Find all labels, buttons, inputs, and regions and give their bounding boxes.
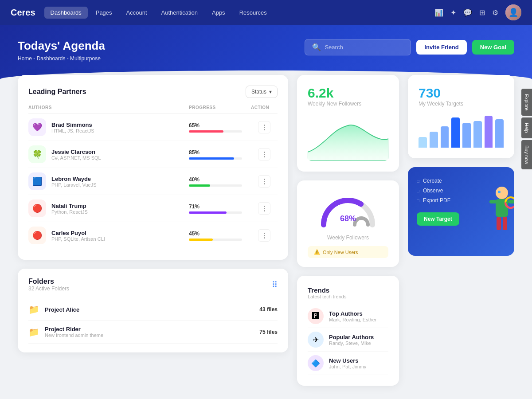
user-avatar[interactable]: 👤 [505,4,521,20]
author-info: 🔴 Carles Puyol PHP, SQLite, Artisan CLI [28,227,189,244]
progress-pct: 40% [189,176,251,183]
progress-wrap: 45% [189,231,251,241]
status-dropdown[interactable]: Status ▾ [246,86,278,98]
trend-people: Randy, Steve, Mike [329,340,374,346]
progress-pct: 85% [189,149,251,156]
author-info: 💜 Brad Simmons HTML, JS, ReactJS [28,118,189,136]
warning-icon: ⚠️ [314,249,320,255]
progress-bar-bg [189,239,242,241]
trend-icon: 🅿 [308,308,324,324]
nav-pages[interactable]: Pages [90,7,118,19]
author-name: Carles Puyol [51,230,105,236]
folder-desc: New frontend admin theme [45,332,103,338]
trend-name: Popular Authors [329,334,374,340]
folder-icon: 📁 [28,304,39,315]
target-number: 730 [419,86,504,101]
only-new-users-badge: ⚠️ Only New Users [308,246,388,258]
folders-options-icon[interactable]: ⠿ [272,280,278,289]
trend-name: New Users [329,357,366,364]
folder-files: 43 files [259,306,278,313]
message-icon[interactable]: 💬 [463,8,472,17]
action-btn [251,202,278,215]
weekly-followers-card: 6.2k Weekly New Followers [297,75,399,172]
folder-info: 📁 Project Alice [28,304,79,315]
folders-list: 📁 Project Alice 43 files 📁 Project Rider… [28,299,278,344]
trend-name: Top Authors [329,310,377,317]
progress-bar-fill [189,211,227,214]
svg-rect-4 [508,200,514,203]
breadcrumb: Home - Dashboards - Multipurpose [18,55,514,62]
trend-icon: 🔷 [308,355,324,371]
bar-8 [495,119,504,148]
dot-menu[interactable] [258,202,270,215]
folder-name: Project Alice [45,306,79,313]
center-panel: 6.2k Weekly New Followers [297,75,399,386]
new-goal-button[interactable]: New Goal [472,40,514,55]
svg-text:68%: 68% [340,214,356,223]
author-info: 🍀 Jessie Clarcson C#, ASP.NET, MS SQL [28,145,189,163]
grid-icon[interactable]: ⊞ [479,8,485,17]
search-input[interactable] [325,44,403,51]
table-row: 💜 Brad Simmons HTML, JS, ReactJS 65% [28,114,278,141]
author-skills: Python, ReactJS [51,209,88,215]
new-target-button[interactable]: New Target [417,212,459,226]
main-content: Leading Partners Status ▾ AUTHORS PROGRE… [0,75,532,395]
progress-bar-fill [189,130,223,133]
folder-icon: 📁 [28,327,39,337]
sparkle-icon[interactable]: ✦ [450,8,456,17]
author-skills: PHP, Laravel, VueJS [51,182,97,188]
action-btn [251,175,278,188]
progress-bar-bg [189,130,242,133]
nav-resources[interactable]: Resources [233,7,273,19]
nav-auth[interactable]: Authentication [155,7,204,19]
folder-files: 75 files [259,329,278,335]
action-btn [251,121,278,133]
trends-subtitle: Latest tech trends [308,294,388,299]
progress-bar-bg [189,157,242,160]
nav-links: Dashboards Pages Account Authentication … [44,7,434,19]
author-avatar: 🍀 [28,145,46,163]
folders-card: Folders 32 Active Folders ⠿ 📁 Project Al… [18,269,288,352]
table-header: AUTHORS PROGRESS ACTION [28,105,278,114]
blue-action-card: CereateObserveExport PDF New Target [408,167,514,256]
bar-1 [419,137,427,148]
nav-account[interactable]: Account [120,7,153,19]
list-item: 📁 Project Alice 43 files [28,299,278,321]
progress-pct: 45% [189,231,251,237]
gauge-label: Weekly Followers [308,235,388,241]
folders-title: Folders [28,278,69,286]
progress-wrap: 85% [189,149,251,160]
author-skills: C#, ASP.NET, MS SQL [51,155,101,160]
nav-dashboards[interactable]: Dashboards [44,7,88,19]
progress-wrap: 71% [189,203,251,214]
header-controls: 🔍 Invite Friend New Goal [305,39,514,55]
weekly-target-chart [419,112,504,148]
svg-rect-5 [497,217,501,230]
list-item: 📁 Project Rider New frontend admin theme… [28,321,278,344]
chart-icon[interactable]: 📊 [434,8,443,17]
brand-logo: Ceres [11,8,35,18]
bar-7 [485,116,493,148]
author-info: 🟦 Lebron Wayde PHP, Laravel, VueJS [28,172,189,190]
author-avatar: 💜 [28,118,46,136]
dot-menu[interactable] [258,148,270,160]
search-box[interactable]: 🔍 [305,39,411,55]
progress-pct: 71% [189,203,251,210]
settings-icon[interactable]: ⚙ [492,8,498,17]
author-name: Brad Simmons [51,121,94,128]
invite-friend-button[interactable]: Invite Friend [416,40,466,55]
nav-apps[interactable]: Apps [206,7,231,19]
author-skills: PHP, SQLite, Artisan CLI [51,236,105,242]
dot-menu[interactable] [258,121,270,133]
list-item: ✈ Popular Authors Randy, Steve, Mike [308,328,388,352]
dot-menu[interactable] [258,175,270,188]
table-row: 🔴 Carles Puyol PHP, SQLite, Artisan CLI … [28,222,278,249]
bar-3 [441,126,449,148]
list-item: 🅿 Top Authors Mark, Rowling, Esther [308,305,388,328]
dot-menu[interactable] [258,229,270,242]
leading-partners-header: Leading Partners Status ▾ [28,86,278,98]
list-item: 🔷 New Users John, Pat, Jimmy [308,352,388,375]
author-avatar: 🔴 [28,227,46,244]
progress-wrap: 65% [189,122,251,133]
action-btn [251,148,278,160]
